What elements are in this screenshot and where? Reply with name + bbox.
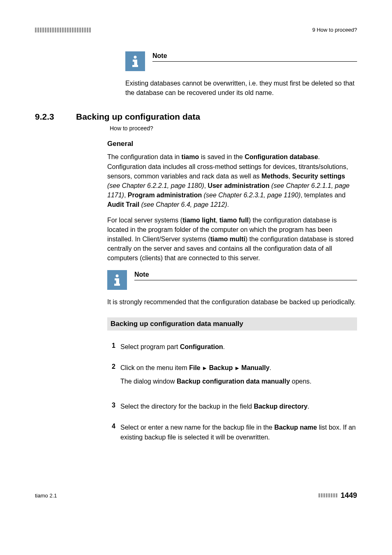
note-title: Note (152, 52, 357, 62)
section-number: 9.2.3 (35, 112, 76, 122)
footer-product-label: tiamo 2.1 (35, 493, 57, 499)
note-callout-1: Note Existing databases cannot be overwr… (125, 51, 357, 97)
triangle-icon: ▶ (202, 365, 207, 370)
step-number: 1 (107, 342, 115, 352)
page-header: 9 How to proceed? (35, 27, 357, 33)
note-text: It is strongly recommended that the conf… (107, 297, 357, 307)
footer-decoration-bars (318, 493, 337, 497)
subheading-manual: Backing up configuration data manually (107, 317, 357, 331)
svg-rect-6 (116, 278, 120, 284)
step-2: 2 Click on the menu item File ▶ Backup ▶… (107, 363, 357, 390)
note-title: Note (134, 271, 357, 280)
info-icon (125, 51, 145, 71)
section-heading: 9.2.3 Backing up configuration data (35, 112, 357, 122)
step-4: 4 Select or enter a new name for the bac… (107, 423, 357, 442)
header-decoration-bars (35, 28, 91, 32)
section-title: Backing up configuration data (76, 112, 200, 122)
header-chapter-label: 9 How to proceed? (312, 27, 357, 33)
paragraph-general-2: For local server systems (tiamo light, t… (107, 215, 357, 263)
step-number: 2 (107, 363, 115, 390)
step-text: Select program part Configuration. (120, 342, 225, 352)
section-breadcrumb: How to proceed? (110, 125, 357, 132)
step-number: 4 (107, 423, 115, 442)
subheading-general: General (107, 140, 357, 148)
step-text: Select or enter a new name for the backu… (120, 423, 357, 442)
note-text: Existing databases cannot be overwritten… (125, 79, 357, 97)
step-number: 3 (107, 402, 115, 411)
section-content: General The configuration data in tiamo … (107, 140, 357, 442)
svg-point-0 (134, 56, 137, 59)
svg-rect-3 (132, 65, 138, 67)
step-3: 3 Select the directory for the backup in… (107, 402, 357, 411)
info-icon (107, 270, 127, 290)
note-callout-2: Note It is strongly recommended that the… (107, 270, 357, 307)
step-1: 1 Select program part Configuration. (107, 342, 357, 352)
step-text: Click on the menu item File ▶ Backup ▶ M… (120, 363, 311, 390)
triangle-icon: ▶ (235, 365, 240, 370)
svg-rect-7 (114, 284, 120, 286)
paragraph-general-1: The configuration data in tiamo is saved… (107, 152, 357, 209)
svg-rect-2 (134, 60, 138, 65)
page-number: 1449 (341, 491, 357, 500)
svg-point-4 (116, 275, 119, 278)
step-text: Select the directory for the backup in t… (120, 402, 309, 411)
page-footer: tiamo 2.1 1449 (35, 491, 357, 500)
